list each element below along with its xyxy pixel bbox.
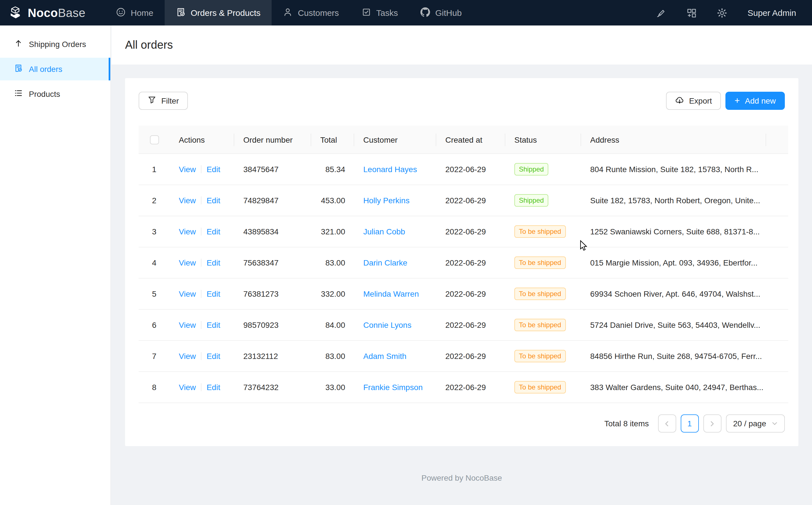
edit-link[interactable]: Edit [207, 352, 220, 361]
plus-icon: + [735, 96, 740, 105]
nocobase-logo[interactable]: NocoBase [8, 0, 85, 25]
main-area: All orders Filter [111, 25, 812, 505]
row-actions: ViewEdit [170, 279, 234, 310]
view-link[interactable]: View [179, 165, 196, 174]
table-header-row: Actions Order number Total Customer Crea… [139, 126, 788, 154]
customer-cell: Connie Lyons [354, 310, 436, 341]
view-link[interactable]: View [179, 352, 196, 361]
edit-link[interactable]: Edit [207, 383, 220, 392]
table-row: 4 ViewEdit 75638347 83.00 Darin Clarke 2… [139, 248, 788, 279]
nav-item-orders-products[interactable]: Orders & Products [165, 0, 272, 25]
status-cell: To be shipped [505, 372, 581, 403]
order-number-cell: 43895834 [234, 216, 311, 248]
orders-table-card: Filter Export [125, 78, 798, 447]
add-new-button[interactable]: + Add new [726, 92, 785, 110]
export-button[interactable]: Export [666, 92, 721, 110]
page-size-select[interactable]: 20 / page [726, 415, 785, 433]
created-at-cell: 2022-06-29 [436, 341, 505, 372]
table-row: 1 ViewEdit 38475647 85.34 Leonard Hayes … [139, 154, 788, 185]
highlighter-icon[interactable] [656, 8, 666, 18]
customer-link[interactable]: Adam Smith [363, 352, 407, 361]
sidebar-item-all-orders[interactable]: All orders [0, 58, 110, 80]
order-document-icon [176, 7, 186, 18]
edit-link[interactable]: Edit [207, 196, 220, 205]
view-link[interactable]: View [179, 227, 196, 236]
pagination-page-1[interactable]: 1 [681, 415, 699, 433]
pagination: Total 8 items 1 20 / page [139, 415, 785, 433]
page-header: All orders [111, 25, 812, 64]
sidebar: Shipping Orders All orders [0, 25, 111, 505]
gear-icon[interactable] [717, 8, 727, 18]
nav-item-home[interactable]: Home [105, 0, 165, 25]
created-at-cell: 2022-06-29 [436, 216, 505, 248]
customer-link[interactable]: Julian Cobb [363, 227, 405, 236]
spacer-cell [766, 310, 788, 341]
column-header-order-number: Order number [234, 126, 311, 154]
edit-link[interactable]: Edit [207, 227, 220, 236]
address-cell: 84856 Hirthe Run, Suite 268, 94754-6705,… [581, 341, 766, 372]
sidebar-item-products[interactable]: Products [0, 82, 110, 105]
select-all-checkbox[interactable] [150, 136, 159, 145]
customer-link[interactable]: Connie Lyons [363, 321, 412, 330]
status-cell: Shipped [505, 185, 581, 216]
table-row: 3 ViewEdit 43895834 321.00 Julian Cobb 2… [139, 216, 788, 248]
row-actions: ViewEdit [170, 216, 234, 248]
row-actions: ViewEdit [170, 248, 234, 279]
nav-item-tasks[interactable]: Tasks [350, 0, 410, 25]
blocks-plus-icon[interactable] [687, 8, 697, 18]
nav-item-customers[interactable]: Customers [272, 0, 350, 25]
table-row: 5 ViewEdit 76381273 332.00 Melinda Warre… [139, 279, 788, 310]
total-cell: 332.00 [311, 279, 354, 310]
status-badge: Shipped [514, 163, 548, 176]
table-row: 6 ViewEdit 98570923 84.00 Connie Lyons 2… [139, 310, 788, 341]
nocobase-logo-text: NocoBase [28, 6, 85, 19]
pagination-prev-button[interactable] [658, 415, 676, 433]
select-all-header [139, 126, 170, 154]
total-cell: 33.00 [311, 372, 354, 403]
status-badge: To be shipped [514, 225, 566, 238]
pagination-next-button[interactable] [703, 415, 721, 433]
view-link[interactable]: View [179, 383, 196, 392]
content-area: Filter Export [111, 64, 812, 505]
view-link[interactable]: View [179, 321, 196, 330]
arrow-up-icon [14, 39, 23, 49]
edit-link[interactable]: Edit [207, 165, 220, 174]
divider [201, 352, 202, 360]
task-check-icon [361, 7, 371, 18]
customer-link[interactable]: Leonard Hayes [363, 165, 417, 174]
edit-link[interactable]: Edit [207, 290, 220, 299]
filter-funnel-icon [148, 96, 156, 106]
customer-link[interactable]: Darin Clarke [363, 259, 408, 268]
row-index: 1 [139, 154, 170, 185]
spacer-cell [766, 154, 788, 185]
sidebar-item-shipping-orders[interactable]: Shipping Orders [0, 33, 110, 55]
table-row: 8 ViewEdit 73764232 33.00 Frankie Simpso… [139, 372, 788, 403]
filter-button[interactable]: Filter [139, 92, 188, 110]
edit-link[interactable]: Edit [207, 321, 220, 330]
created-at-cell: 2022-06-29 [436, 154, 505, 185]
column-header-status: Status [505, 126, 581, 154]
view-link[interactable]: View [179, 259, 196, 268]
address-cell: 804 Runte Mission, Suite 182, 15783, Nor… [581, 154, 766, 185]
cloud-download-icon [675, 96, 684, 106]
order-number-cell: 38475647 [234, 154, 311, 185]
created-at-cell: 2022-06-29 [436, 279, 505, 310]
address-cell: 383 Walter Gardens, Suite 040, 24947, Be… [581, 372, 766, 403]
nav-item-github[interactable]: GitHub [410, 0, 473, 25]
page-title: All orders [125, 38, 173, 51]
view-link[interactable]: View [179, 196, 196, 205]
address-cell: 69934 Schoen River, Apt. 646, 49704, Wal… [581, 279, 766, 310]
edit-link[interactable]: Edit [207, 259, 220, 268]
spacer-cell [766, 185, 788, 216]
customer-link[interactable]: Frankie Simpson [363, 383, 423, 392]
toolbar-right: Export + Add new [666, 92, 785, 110]
user-menu[interactable]: Super Admin [748, 8, 796, 18]
view-link[interactable]: View [179, 290, 196, 299]
customer-link[interactable]: Holly Perkins [363, 196, 410, 205]
customer-cell: Frankie Simpson [354, 372, 436, 403]
main-menu: Home Orders & Products [105, 0, 473, 25]
customer-link[interactable]: Melinda Warren [363, 290, 419, 299]
row-index: 8 [139, 372, 170, 403]
row-actions: ViewEdit [170, 341, 234, 372]
status-cell: Shipped [505, 154, 581, 185]
